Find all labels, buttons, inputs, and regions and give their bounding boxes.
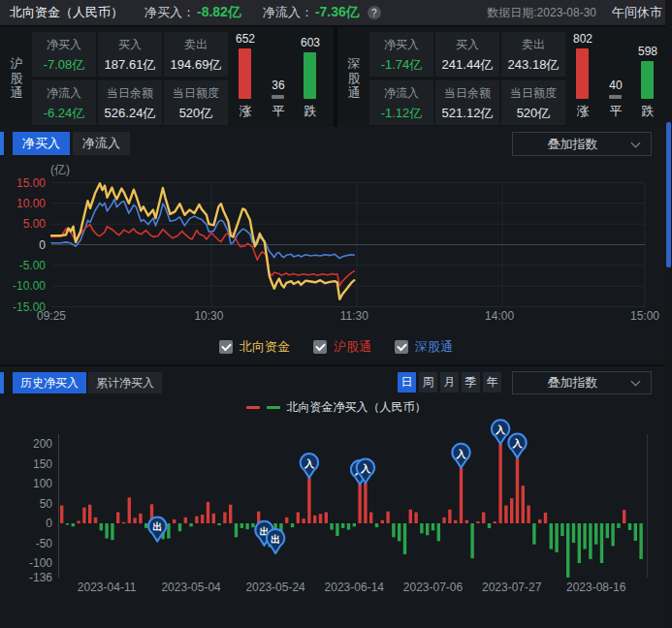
y-axis-tick: 0 <box>46 517 52 530</box>
checkbox-checked-icon[interactable] <box>395 340 408 354</box>
marker-pin-入[interactable]: 入 <box>508 434 526 458</box>
legend-item-北向资金[interactable]: 北向资金 <box>219 338 290 356</box>
legend-item-深股通[interactable]: 深股通 <box>395 338 453 356</box>
stat-label: 买入 <box>98 37 162 53</box>
bar <box>223 513 226 524</box>
bar <box>122 522 125 524</box>
period-button-日[interactable]: 日 <box>398 372 416 392</box>
bar <box>212 514 215 523</box>
help-icon[interactable]: ? <box>368 6 381 19</box>
bar <box>330 523 333 530</box>
bar <box>437 523 440 541</box>
stat-cell: 当日余额526.24亿 <box>98 80 162 125</box>
bar <box>522 486 525 523</box>
series-深股通 <box>51 200 354 259</box>
history-bar-chart[interactable]: 200150100500-50-100-1362023-04-112023-05… <box>0 417 672 599</box>
bar <box>398 523 400 541</box>
period-button-年[interactable]: 年 <box>483 372 501 392</box>
bar <box>240 523 243 528</box>
period-buttons: 日周月季年 <box>398 372 501 392</box>
svg-text:出: 出 <box>271 534 280 545</box>
stat-cell: 净流入-6.24亿 <box>32 80 96 125</box>
stat-cell: 净买入-7.08亿 <box>32 32 96 77</box>
bar <box>302 518 304 523</box>
stat-label: 净流入 <box>32 85 96 102</box>
tab-历史净买入[interactable]: 历史净买入 <box>13 372 86 393</box>
stat-value: 194.69亿 <box>164 56 228 74</box>
bar <box>184 518 187 523</box>
period-button-月[interactable]: 月 <box>440 372 459 392</box>
bar <box>207 502 209 523</box>
overlay-index-label: 叠加指数 <box>513 136 632 153</box>
x-axis-tick: 2023-06-14 <box>325 581 385 594</box>
updown-bar <box>304 52 316 99</box>
y-axis-tick: -5.00 <box>19 259 47 272</box>
intraday-section: 净买入净流入 叠加指数 (亿) 15.0010.005.000-5.00-10.… <box>0 127 672 364</box>
updown-category: 跌 <box>287 103 334 120</box>
checkbox-checked-icon[interactable] <box>313 340 327 354</box>
stat-label: 卖出 <box>164 37 228 53</box>
section-accent-bar <box>0 132 4 155</box>
intraday-line-chart[interactable]: 15.0010.005.000-5.00-10.00-15.0009:2510:… <box>0 173 672 337</box>
stat-cell: 当日额度520亿 <box>164 80 228 125</box>
period-button-周[interactable]: 周 <box>419 372 437 392</box>
bar <box>195 517 198 523</box>
x-axis-tick: 15:00 <box>630 309 659 323</box>
overlay-index-dropdown[interactable]: 叠加指数 <box>512 371 652 394</box>
bar <box>538 519 541 523</box>
bar <box>77 521 80 524</box>
chevron-down-icon <box>631 377 641 387</box>
marker-pin-入[interactable]: 入 <box>452 444 469 468</box>
bar <box>144 523 147 528</box>
bar <box>460 468 463 523</box>
history-tabs: 历史净买入累计净买入 <box>13 372 162 393</box>
tab-累计净买入[interactable]: 累计净买入 <box>88 372 162 393</box>
connect-stats-section: 沪股通净买入-7.08亿买入187.61亿卖出194.69亿净流入-6.24亿当… <box>0 27 672 127</box>
bar <box>578 523 581 563</box>
checkbox-checked-icon[interactable] <box>219 340 233 354</box>
updown-bar <box>272 95 284 99</box>
marker-pin-入[interactable]: 入 <box>492 420 509 444</box>
bar <box>285 518 288 523</box>
bar <box>100 523 103 530</box>
updown-count: 40 <box>592 78 639 92</box>
page-title: 北向资金（人民币） <box>10 4 123 21</box>
bar <box>628 523 631 530</box>
tab-净流入[interactable]: 净流入 <box>73 132 130 155</box>
updown-count: 652 <box>222 32 269 46</box>
svg-text:入: 入 <box>512 438 524 449</box>
section-accent-bar <box>0 372 4 393</box>
overlay-index-dropdown[interactable]: 叠加指数 <box>512 132 652 156</box>
period-button-季[interactable]: 季 <box>462 372 480 392</box>
bar <box>291 523 294 527</box>
updown-count: 36 <box>255 78 302 92</box>
stat-value: 520亿 <box>164 105 228 122</box>
marker-pin-出[interactable]: 出 <box>267 529 284 553</box>
intraday-tabs: 净买入净流入 <box>13 132 130 155</box>
bar <box>116 513 119 524</box>
bar <box>364 483 367 523</box>
bar <box>583 523 586 550</box>
bar <box>386 512 389 523</box>
bar <box>600 523 603 563</box>
scrollbar-track[interactable] <box>665 0 672 628</box>
bar <box>353 523 356 526</box>
bar <box>606 523 609 538</box>
tab-净买入[interactable]: 净买入 <box>13 132 70 155</box>
updown-bar <box>641 61 654 99</box>
history-legend: 北向资金净买入（人民币） <box>0 397 672 417</box>
bar <box>201 515 204 523</box>
bar <box>634 523 637 541</box>
updown-bar <box>239 48 251 99</box>
scrollbar-thumb[interactable] <box>666 122 671 267</box>
legend-item-沪股通[interactable]: 沪股通 <box>313 338 371 356</box>
stat-label: 卖出 <box>501 37 565 53</box>
legend-green-dash <box>267 406 280 409</box>
x-axis-tick: 2023-08-16 <box>566 581 626 594</box>
bar <box>470 523 473 558</box>
bar <box>60 506 63 523</box>
net-buy-label: 净买入： <box>144 4 195 21</box>
bar <box>550 523 553 550</box>
bar <box>94 518 97 523</box>
marker-pin-入[interactable]: 入 <box>301 454 318 478</box>
